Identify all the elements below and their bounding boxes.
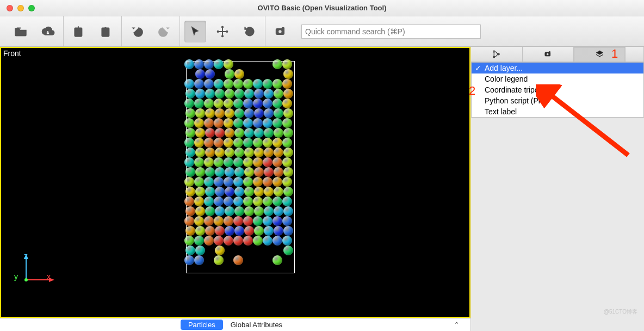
particle	[283, 167, 293, 177]
particle	[214, 79, 224, 89]
particle	[185, 89, 195, 99]
menu-item-coordinate-tripod[interactable]: Coordinate tripod	[472, 84, 643, 95]
particle	[253, 177, 263, 187]
particle	[185, 246, 195, 255]
right-panel: ✓ Add layer... Color legend Coordinate t…	[470, 47, 644, 331]
particle	[214, 255, 224, 265]
menu-item-python-script[interactable]: Python script (Pro)	[472, 95, 643, 106]
particle	[264, 226, 274, 236]
particle	[264, 148, 274, 157]
move-tool-button[interactable]	[212, 21, 233, 42]
particle	[225, 148, 234, 157]
particle	[282, 236, 292, 246]
particle	[204, 236, 214, 246]
tab-pipeline[interactable]	[471, 47, 523, 62]
particle	[185, 187, 195, 197]
tab-viewport-layers[interactable]	[574, 47, 626, 62]
menu-item-add-layer[interactable]: ✓ Add layer...	[472, 63, 643, 73]
particle	[282, 59, 292, 69]
tab-render-settings[interactable]	[523, 47, 574, 62]
particle	[194, 197, 204, 206]
mac-titlebar: OVITO Basic (Open Visualization Tool)	[0, 0, 644, 16]
particle	[204, 79, 214, 89]
particle	[185, 167, 195, 177]
particle	[253, 79, 263, 89]
particle	[225, 128, 234, 138]
quick-command-search-input[interactable]	[301, 24, 481, 39]
particle	[205, 206, 215, 216]
particle	[283, 148, 293, 157]
add-layer-menu: ✓ Add layer... Color legend Coordinate t…	[471, 62, 644, 118]
svg-point-3	[278, 29, 282, 33]
particle	[244, 128, 254, 138]
open-file-button[interactable]	[10, 21, 32, 42]
particle	[283, 89, 293, 99]
import-button[interactable]	[68, 21, 90, 42]
svg-rect-15	[549, 52, 550, 53]
particle	[234, 206, 244, 216]
particle	[273, 216, 282, 226]
particle	[224, 177, 233, 187]
particle	[234, 226, 244, 236]
particle	[234, 108, 244, 118]
particle	[282, 157, 292, 167]
tab-extra[interactable]	[626, 47, 644, 62]
particle	[254, 167, 264, 177]
tab-collapse-caret[interactable]: ⌃	[454, 321, 460, 329]
particle	[195, 108, 205, 118]
particle	[263, 236, 273, 246]
particle	[263, 99, 273, 108]
particle	[263, 177, 273, 187]
particle	[263, 118, 273, 128]
download-remote-button[interactable]	[37, 21, 59, 42]
particle	[263, 138, 273, 148]
viewport-front[interactable]: Front z y x	[0, 47, 470, 318]
particle	[195, 167, 205, 177]
select-tool-button[interactable]	[184, 21, 206, 42]
particle	[214, 99, 224, 108]
tab-global-attributes[interactable]: Global Attributes	[223, 320, 290, 330]
particle	[264, 167, 274, 177]
viewport-label: Front	[3, 49, 21, 58]
particle	[185, 128, 195, 138]
menu-item-text-label[interactable]: Text label	[472, 106, 643, 117]
tab-particles[interactable]: Particles	[181, 320, 223, 330]
particle	[273, 236, 282, 246]
particle	[234, 128, 244, 138]
particle	[205, 226, 215, 236]
particle	[282, 118, 292, 128]
render-button[interactable]	[270, 21, 292, 42]
particle	[253, 236, 263, 246]
right-tabstrip	[471, 47, 644, 62]
svg-point-9	[24, 278, 28, 281]
minimize-window-dot[interactable]	[17, 5, 24, 11]
particle	[243, 157, 253, 167]
rotate-tool-button[interactable]	[239, 21, 261, 42]
particle	[243, 118, 253, 128]
particle	[282, 79, 292, 89]
particle	[204, 118, 214, 128]
particle	[224, 99, 233, 108]
window-controls	[0, 5, 35, 11]
particle	[194, 138, 204, 148]
particle	[244, 167, 254, 177]
zoom-window-dot[interactable]	[28, 5, 35, 11]
export-button[interactable]	[95, 21, 117, 42]
main-area: Front z y x Particles Global Attributes	[0, 47, 644, 331]
particle	[214, 59, 224, 69]
close-window-dot[interactable]	[7, 5, 13, 11]
axis-x-label: x	[47, 272, 51, 281]
redo-button[interactable]	[153, 21, 175, 42]
particle	[233, 99, 243, 108]
particle	[225, 108, 234, 118]
undo-button[interactable]	[126, 21, 148, 42]
particle	[234, 148, 244, 157]
particle	[273, 177, 282, 187]
menu-item-color-legend[interactable]: Color legend	[472, 73, 643, 84]
particle	[214, 118, 224, 128]
particle	[273, 138, 282, 148]
particle	[283, 108, 293, 118]
particle	[184, 255, 194, 265]
particle	[215, 128, 225, 138]
particle	[184, 197, 194, 206]
